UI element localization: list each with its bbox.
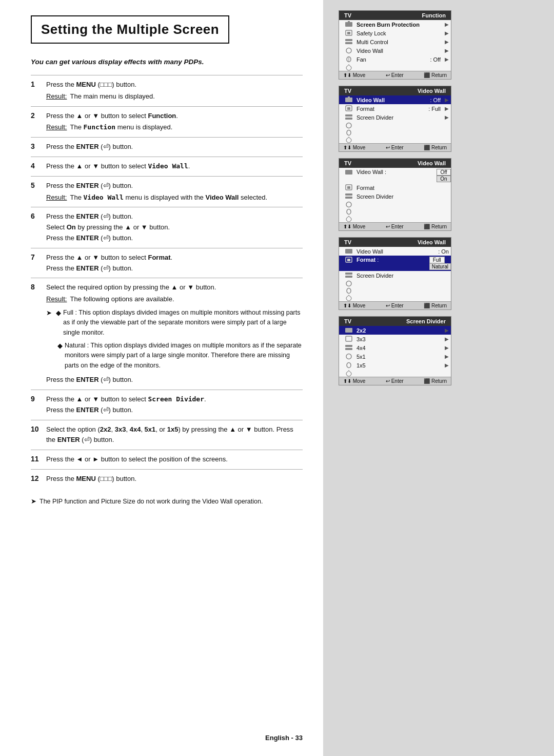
tv-dropdown-3-1: Off On xyxy=(437,169,451,182)
tv-arrow-5-1: ▶ xyxy=(445,327,451,333)
step-num-9: 9 xyxy=(31,394,46,403)
tv-row-1-4: Video Wall ▶ xyxy=(339,46,451,55)
tv-row-4-4 xyxy=(339,280,451,287)
tv-row-4-2: Format : Full Natural xyxy=(339,256,451,271)
tv-header-4: TV Video Wall xyxy=(339,238,451,247)
step-num-6: 6 xyxy=(31,211,46,220)
footer-note: ➤ The PIP function and Picture Size do n… xyxy=(31,497,303,507)
tv-screen-5: TV Screen Divider 2x2 ▶ 3x3 ▶ 4x4 ▶ xyxy=(339,316,451,385)
tv-label-1-2: Safety Lock xyxy=(357,30,443,36)
step-num-3: 3 xyxy=(31,142,46,150)
tv-icon-5-2 xyxy=(343,336,354,342)
tv-row-3-2: Format xyxy=(339,183,451,192)
footer-return-1: ⬛ Return xyxy=(424,72,447,78)
tv-row-3-3: Screen Divider xyxy=(339,192,451,201)
step-6: 6 Press the ENTER (⏎) button. Select On … xyxy=(31,207,303,247)
tv-row-4-1: Video Wall : On xyxy=(339,247,451,256)
tv-icon-2-2 xyxy=(343,105,354,112)
page-number: English - 33 xyxy=(265,734,303,742)
step-4: 4 Press the ▲ or ▼ button to select Vide… xyxy=(31,157,303,176)
tv-title-right-4: Video Wall xyxy=(418,239,446,245)
tv-footer-4: ⬆⬇ Move ↩ Enter ⬛ Return xyxy=(339,301,451,309)
tv-label-1-3: Multi Control xyxy=(357,39,443,45)
tv-icon-2-4 xyxy=(343,122,354,129)
tv-value-2-1: : Off xyxy=(430,97,443,103)
step-5: 5 Press the ENTER (⏎) button. Result: Th… xyxy=(31,176,303,207)
tv-icon-4-5 xyxy=(343,287,354,294)
tv-label-1-4: Video Wall xyxy=(357,48,443,54)
tv-body-2: Video Wall : Off ▶ Format : Full ▶ Scree… xyxy=(339,95,451,143)
tv-label-4-2: Format : xyxy=(357,257,426,263)
tv-icon-3-1 xyxy=(343,169,354,176)
note-full: ➤ ◆ Full : This option displays divided … xyxy=(46,308,303,338)
tv-row-1-1: Screen Burn Protection ▶ xyxy=(339,20,451,29)
svg-rect-17 xyxy=(345,170,352,175)
tv-icon-5-1 xyxy=(343,327,354,334)
tv-arrow-5-4: ▶ xyxy=(445,354,451,359)
svg-point-6 xyxy=(346,48,351,53)
svg-point-35 xyxy=(346,354,351,359)
svg-rect-10 xyxy=(348,96,350,98)
tv-arrow-5-2: ▶ xyxy=(445,336,451,342)
tv-header-1: TV Function xyxy=(339,11,451,20)
tv-footer-3: ⬆⬇ Move ↩ Enter ⬛ Return xyxy=(339,222,451,230)
step-content-3: Press the ENTER (⏎) button. xyxy=(46,142,303,152)
tv-footer-5: ⬆⬇ Move ↩ Enter ⬛ Return xyxy=(339,377,451,385)
tv-icon-1-3 xyxy=(343,38,354,45)
tv-label-5-1: 2x2 xyxy=(357,327,443,334)
svg-rect-20 xyxy=(345,193,352,196)
tv-row-2-1: Video Wall : Off ▶ xyxy=(339,95,451,104)
tv-icon-4-3 xyxy=(343,272,354,279)
result-label-5: Result: xyxy=(46,192,67,203)
step-1: 1 Press the MENU (□□□) button. Result: T… xyxy=(31,75,303,106)
step-content-12: Press the MENU (□□□) button. xyxy=(46,474,303,484)
step-content-4: Press the ▲ or ▼ button to select Video … xyxy=(46,161,303,172)
tv-row-1-2: Safety Lock ▶ xyxy=(339,29,451,37)
tv-row-5-5: 1x5 ▶ xyxy=(339,361,451,370)
tv-value-4-1: : On xyxy=(438,248,451,255)
tv-arrow-2-1: ▶ xyxy=(445,97,451,103)
step-num-1: 1 xyxy=(31,80,46,88)
note-full-text: Full : This option displays divided imag… xyxy=(63,308,303,338)
tv-label-3-3: Screen Divider xyxy=(357,193,451,200)
svg-rect-28 xyxy=(345,276,352,278)
footer-return-5: ⬛ Return xyxy=(424,378,447,384)
tv-row-3-5 xyxy=(339,208,451,215)
footer-move-4: ⬆⬇ Move xyxy=(343,303,365,308)
step-2: 2 Press the ▲ or ▼ button to select Func… xyxy=(31,106,303,138)
step-num-12: 12 xyxy=(31,474,46,482)
tv-row-4-5 xyxy=(339,287,451,294)
tv-screen-3: TV Video Wall Video Wall : Off On Format xyxy=(339,158,451,231)
step-8: 8 Select the required option by pressing… xyxy=(31,278,303,390)
tv-icon-2-5 xyxy=(343,129,354,136)
tv-title-left-5: TV xyxy=(344,318,351,324)
tv-label-5-3: 4x4 xyxy=(357,345,443,351)
dropdown-on: On xyxy=(437,176,451,182)
svg-rect-32 xyxy=(346,336,352,341)
tv-title-left-3: TV xyxy=(344,160,351,166)
result-text-5: The Video Wall menu is displayed with th… xyxy=(70,192,267,203)
tv-arrow-1-3: ▶ xyxy=(445,39,451,45)
tv-title-right-5: Screen Divider xyxy=(406,318,446,324)
tv-icon-5-4 xyxy=(343,353,354,360)
tv-icon-5-5 xyxy=(343,362,354,369)
svg-rect-14 xyxy=(345,118,352,120)
svg-rect-5 xyxy=(345,42,352,44)
tv-label-5-2: 3x3 xyxy=(357,336,443,342)
svg-point-16 xyxy=(347,130,351,135)
step-content-11: Press the ◄ or ► button to select the po… xyxy=(46,454,303,465)
dropdown-full: Full xyxy=(429,257,445,263)
tv-label-1-1: Screen Burn Protection xyxy=(357,22,443,28)
tv-label-1-5: Fan xyxy=(357,56,428,63)
svg-rect-3 xyxy=(347,32,350,34)
footer-return-3: ⬛ Return xyxy=(424,224,447,229)
dropdown-natural: Natural xyxy=(429,263,451,270)
tv-icon-4-4 xyxy=(343,280,354,287)
tv-row-5-1: 2x2 ▶ xyxy=(339,326,451,335)
tv-icon-1-5 xyxy=(343,56,354,63)
tv-icon-1-1 xyxy=(343,21,354,28)
step-7: 7 Press the ▲ or ▼ button to select Form… xyxy=(31,248,303,278)
tv-row-5-3: 4x4 ▶ xyxy=(339,343,451,352)
step-content-8: Select the required option by pressing t… xyxy=(46,282,303,385)
step-10: 10 Select the option (2x2, 3x3, 4x4, 5x1… xyxy=(31,420,303,450)
